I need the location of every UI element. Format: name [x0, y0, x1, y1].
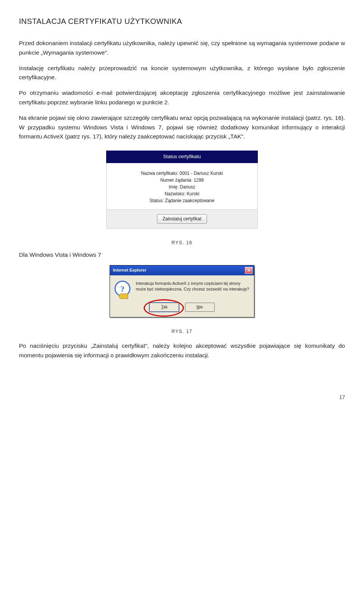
vista-subheading: Dla Windows Vista i Windows 7 — [19, 250, 345, 260]
dialog-button-row: Tak Nie — [110, 300, 254, 317]
panel-body: Nazwa certyfikatu: 0001 - Dariusz Kurski… — [106, 163, 258, 210]
close-icon[interactable]: × — [245, 267, 253, 274]
certificate-status-panel: Status certyfikatu Nazwa certyfikatu: 00… — [106, 151, 258, 229]
cert-name-line: Nazwa certyfikatu: 0001 - Dariusz Kurski — [107, 170, 257, 177]
figure-caption-16: RYS. 16 — [19, 239, 345, 247]
dialog-message: Interakcja formantu ActiveX z innymi czę… — [136, 281, 249, 297]
yes-button-rest: ak — [163, 305, 168, 309]
paragraph-2: Instalację certyfikatu należy przeprowad… — [19, 64, 345, 83]
cert-lastname-line: Nazwisko: Kurski — [107, 190, 257, 197]
no-button[interactable]: Nie — [185, 303, 215, 312]
dialog-title: Internet Explorer — [113, 267, 146, 274]
install-certificate-button[interactable]: Zainstaluj certyfikat — [157, 214, 207, 224]
activex-dialog: Internet Explorer × ? Interakcja formant… — [110, 265, 254, 317]
paragraph-1: Przed dokonaniem instalacji certyfikatu … — [19, 39, 345, 58]
figure-caption-17: RYS. 17 — [19, 328, 345, 335]
cert-request-line: Numer żądania: 1298 — [107, 177, 257, 184]
paragraph-4: Na ekranie pojawi się okno zawierające s… — [19, 113, 345, 141]
cert-firstname-line: Imię: Dariusz — [107, 184, 257, 190]
panel-title: Status certyfikatu — [106, 151, 258, 163]
page-title: INSTALACJA CERTYFIKATU UŻYTKOWNIKA — [19, 15, 345, 27]
question-key-icon: ? — [115, 281, 131, 297]
cert-status-line: Status: Żądanie zaakceptowane — [107, 197, 257, 204]
paragraph-3: Po otrzymaniu wiadomości e-mail potwierd… — [19, 88, 345, 107]
panel-button-row: Zainstaluj certyfikat — [106, 210, 258, 229]
paragraph-5: Po naciśnięciu przycisku „Zainstaluj cer… — [19, 341, 345, 360]
no-button-rest: ie — [199, 305, 203, 309]
yes-button[interactable]: Tak — [149, 303, 179, 312]
dialog-titlebar: Internet Explorer × — [110, 265, 254, 275]
